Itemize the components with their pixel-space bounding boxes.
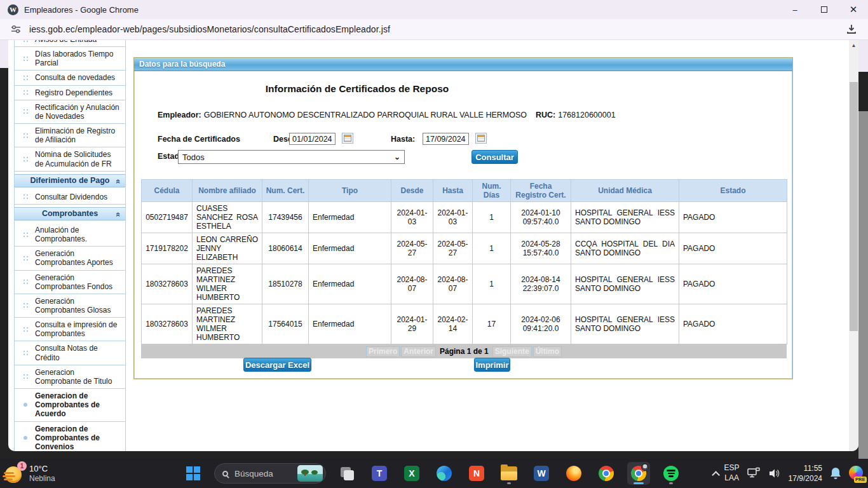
table-row: 1803278603PAREDES MARTINEZ WILMER HUMBER… <box>142 264 787 304</box>
table-cell: 2024-08-07 <box>391 264 433 304</box>
sidebar-item[interactable]: Generacion de Comprobantes de Convenios <box>15 422 125 451</box>
sidebar-item[interactable]: Registro Dependientes <box>15 86 125 100</box>
sidebar-item-label: Rectificación y Anulación de Novedades <box>35 103 124 121</box>
table-header-cell: Unidad Médica <box>571 180 679 202</box>
network-icon[interactable] <box>747 467 761 480</box>
table-header-cell: Hasta <box>433 180 473 202</box>
table-cell: 2024-01-10 09:57:40.0 <box>511 202 571 233</box>
pager-first-link[interactable]: Primero <box>366 346 400 357</box>
sidebar-section-header[interactable]: Comprobantes« <box>15 207 125 220</box>
grip-dots-icon <box>16 76 35 80</box>
search-highlight-image[interactable] <box>297 465 323 482</box>
table-cell: Enfermedad <box>309 202 391 233</box>
sidebar-item[interactable]: Generacion de Comprobantes de Acuerdo <box>15 389 125 421</box>
sidebar-section-header[interactable]: Diferimiento de Pago« <box>15 174 125 187</box>
table-cell: PAREDES MARTINEZ WILMER HUMBERTO <box>193 264 262 304</box>
table-cell: 2024-02-14 <box>433 304 473 344</box>
certificados-table: CédulaNombre afiliadoNum. Cert.TipoDesde… <box>141 179 787 344</box>
table-cell: 1 <box>473 233 511 264</box>
sidebar-item[interactable]: Eliminación de Registro de Afiliación <box>15 124 125 147</box>
desktop-backdrop: Avisos de EntradaDías laborados Tiempo P… <box>0 40 868 459</box>
excel-app-button[interactable]: X <box>400 462 423 485</box>
pager-last-link[interactable]: Último <box>533 346 562 357</box>
table-cell: 1803278603 <box>142 264 193 304</box>
volume-icon[interactable] <box>768 467 782 480</box>
window-title: Empleadores - Google Chrome <box>24 5 139 15</box>
hasta-calendar-icon[interactable] <box>475 133 487 144</box>
panel-header: Datos para la búsqueda <box>134 58 792 71</box>
hasta-label: Hasta: <box>391 135 415 144</box>
sidebar-item[interactable]: Consultar Dividendos <box>15 190 125 205</box>
task-view-icon <box>339 466 355 481</box>
pager-prev-link[interactable]: Anterior <box>401 346 436 357</box>
grip-dots-icon <box>16 157 35 161</box>
web-page: Avisos de EntradaDías laborados Tiempo P… <box>8 40 858 451</box>
sidebar-item-label: Generación Comprobantes Glosas <box>35 297 124 315</box>
excel-icon: X <box>404 466 419 481</box>
spotify-app-button[interactable] <box>660 462 682 485</box>
sidebar-item[interactable]: Avisos de Entrada <box>15 40 125 47</box>
weather-condition: Neblina <box>29 474 55 483</box>
url-text[interactable]: iess.gob.ec/empleador-web/pages/subsidio… <box>29 24 390 34</box>
sidebar-item[interactable]: Rectificación y Anulación de Novedades <box>15 100 125 124</box>
sidebar-item-label: Anulación de Comprobantes. <box>35 226 124 243</box>
chrome-active-window-button[interactable] <box>627 462 650 485</box>
fecha-certificados-label: Fecha de Certificados <box>158 135 240 144</box>
clock[interactable]: 11:55 17/9/2024 <box>789 463 822 484</box>
imprimir-button[interactable]: Imprimir <box>474 358 510 372</box>
firefox-app-button[interactable] <box>562 462 585 485</box>
grip-dots-icon <box>16 233 35 237</box>
sidebar-item[interactable]: Generación Comprobantes Glosas <box>15 294 125 318</box>
pager-next-link[interactable]: Siguiente <box>492 346 532 357</box>
minimize-button[interactable]: – <box>780 0 810 19</box>
notification-bell-icon[interactable] <box>829 466 842 480</box>
teams-app-button[interactable]: T <box>368 462 391 485</box>
edge-app-button[interactable] <box>433 462 456 485</box>
start-button[interactable] <box>182 462 205 485</box>
desde-input[interactable] <box>289 133 336 145</box>
sidebar-item[interactable]: Generación Comprobantes Aportes <box>15 247 125 270</box>
copilot-button[interactable]: PRE <box>849 466 864 481</box>
pdf-app-button[interactable]: N <box>465 462 488 485</box>
maximize-button[interactable] <box>810 0 839 19</box>
chrome-app-button[interactable] <box>595 462 618 485</box>
taskbar-search[interactable]: Búsqueda <box>214 463 326 484</box>
sidebar-item[interactable]: Días laborados Tiempo Parcial <box>15 47 125 71</box>
table-cell: PAGADO <box>679 202 787 233</box>
chrome-icon <box>599 466 614 481</box>
browser-urlbar[interactable]: iess.gob.ec/empleador-web/pages/subsidio… <box>0 19 868 40</box>
table-cell: 2024-01-03 <box>391 202 433 233</box>
grip-dots-icon <box>16 90 35 95</box>
weather-widget[interactable]: 1 10°C Neblina <box>5 464 55 483</box>
sidebar-item[interactable]: Generación Comprobantes Fondos <box>15 271 125 294</box>
file-explorer-button[interactable] <box>498 462 520 485</box>
sidebar-item-label: Consultar Dividendos <box>35 193 110 201</box>
site-settings-icon[interactable] <box>10 24 22 35</box>
tray-overflow-chevron-icon[interactable] <box>712 471 720 479</box>
sidebar-item[interactable]: Generacion Comprobante de Titulo <box>15 365 125 389</box>
download-icon[interactable] <box>845 23 858 36</box>
sidebar-item-label: Consulta de novedades <box>35 73 118 82</box>
hasta-input[interactable] <box>423 133 469 145</box>
calendar-glyph <box>477 135 485 142</box>
consultar-button[interactable]: Consultar <box>471 150 518 164</box>
sidebar-item[interactable]: Anulación de Comprobantes. <box>15 223 125 247</box>
sidebar-item[interactable]: Nómina de Solicitudes de Acumulación de … <box>15 147 125 171</box>
word-app-button[interactable]: W <box>530 462 553 485</box>
close-button[interactable]: ✕ <box>839 0 868 19</box>
collapse-chevrons-icon: « <box>114 179 123 184</box>
empleador-label: Empleador: <box>158 111 201 119</box>
scrollbar-up-arrow[interactable]: ▲ <box>849 40 858 50</box>
sidebar-item[interactable]: Consulta Notas de Crédito <box>15 341 125 365</box>
scrollbar-thumb[interactable] <box>850 82 858 331</box>
language-indicator[interactable]: ESP LAA <box>724 463 740 483</box>
page-scrollbar[interactable]: ▲ <box>849 40 858 451</box>
sidebar-item[interactable]: Consulta e impresión de Comprobantes <box>15 318 125 341</box>
desde-calendar-icon[interactable] <box>342 133 353 144</box>
table-cell: PAGADO <box>679 233 787 264</box>
estado-select[interactable]: Todos ⌄ <box>178 150 405 164</box>
sidebar-item[interactable]: Consulta de novedades <box>15 71 125 85</box>
descargar-excel-button[interactable]: Descargar Excel <box>243 358 311 372</box>
sidebar-item-label: Avisos de Entrada <box>35 40 99 44</box>
task-view-button[interactable] <box>336 462 358 485</box>
